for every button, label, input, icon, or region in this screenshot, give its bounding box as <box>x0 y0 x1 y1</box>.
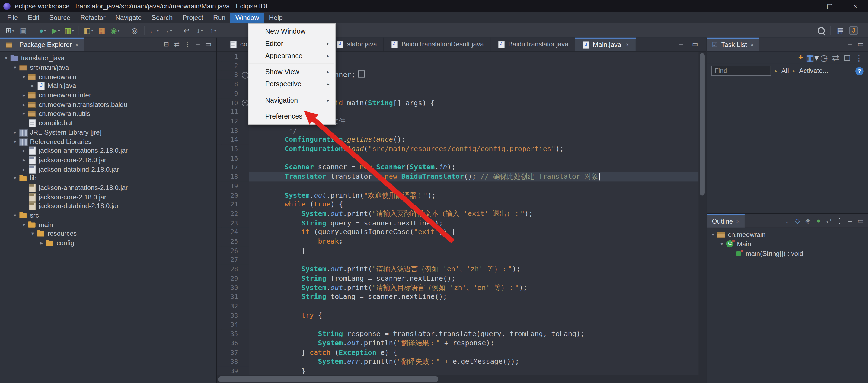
new-task-icon[interactable]: + <box>795 52 807 63</box>
new-package-icon[interactable]: ▦ <box>95 24 108 37</box>
new-java-project-icon[interactable]: ◧▾ <box>82 24 95 37</box>
expand-chevron-icon[interactable]: ▾ <box>29 231 37 236</box>
expand-chevron-icon[interactable]: ▾ <box>709 232 717 237</box>
expand-chevron-icon[interactable]: ▾ <box>2 56 10 61</box>
link-with-editor-icon[interactable]: ⇄ <box>824 216 834 226</box>
expand-chevron-icon[interactable]: ▾ <box>11 213 19 218</box>
new-class-icon[interactable]: ◉▾ <box>108 24 122 37</box>
minimize-icon[interactable]: – <box>676 39 686 50</box>
menu-search[interactable]: Search <box>147 12 177 23</box>
view-menu-icon[interactable]: ⋮ <box>853 52 865 63</box>
package-explorer-tree[interactable]: ▾translator_java▾src/main/java▾cn.meowra… <box>0 52 216 248</box>
menu-run[interactable]: Run <box>208 12 230 23</box>
tree-item[interactable]: ▾main <box>0 220 216 229</box>
last-edit-location-icon[interactable]: ↩ <box>180 24 193 37</box>
activate-link[interactable]: Activate... <box>799 67 828 75</box>
debug-icon[interactable]: ●▾ <box>36 24 50 37</box>
hide-non-public-icon[interactable]: ● <box>813 216 824 226</box>
next-annotation-icon[interactable]: ↓▾ <box>193 24 207 37</box>
expand-chevron-icon[interactable]: ▸ <box>20 102 28 107</box>
tree-item[interactable]: ▸jackson-annotations-2.18.0.jar <box>0 146 216 155</box>
editor-tab[interactable]: Main.java× <box>575 38 636 51</box>
window-menu-appearance[interactable]: Appearance▸ <box>248 50 335 62</box>
expand-chevron-icon[interactable]: ▸ <box>20 157 28 162</box>
tree-item[interactable]: ▸jackson-databind-2.18.0.jar <box>0 165 216 174</box>
close-icon[interactable]: × <box>75 41 79 48</box>
open-task-icon[interactable]: ◎ <box>128 24 141 37</box>
tree-item[interactable]: ▾src/main/java <box>0 63 216 72</box>
expand-chevron-icon[interactable]: ▾ <box>20 222 28 227</box>
window-menu-preferences[interactable]: Preferences <box>248 110 335 122</box>
editor-tab[interactable]: slator.java <box>329 38 383 51</box>
save-icon[interactable]: ▣ <box>17 24 30 37</box>
window-menu-show-view[interactable]: Show View▸ <box>248 66 335 78</box>
expand-chevron-icon[interactable]: ▸ <box>38 240 45 246</box>
maximize-icon[interactable]: ▭ <box>855 216 866 226</box>
window-menu-new-window[interactable]: New Window <box>248 26 335 38</box>
expand-chevron-icon[interactable]: ▾ <box>11 138 19 144</box>
maximize-icon[interactable]: ▭ <box>855 39 866 50</box>
expand-chevron-icon[interactable]: ▾ <box>20 74 28 79</box>
tree-item[interactable]: ▸cn.meowrain.translators.baidu <box>0 100 216 109</box>
vertical-scrollbar-thumb[interactable] <box>700 53 705 195</box>
tree-item[interactable]: ▾cn.meowrain <box>707 230 868 240</box>
outline-tab[interactable]: Outline × <box>707 214 745 228</box>
tree-item[interactable]: ▾translator_java <box>0 54 216 63</box>
tree-item[interactable]: jackson-annotations-2.18.0.jar <box>0 183 216 192</box>
coverage-icon[interactable]: ▥▾ <box>63 24 76 37</box>
expand-chevron-icon[interactable]: ▾ <box>11 65 19 70</box>
help-icon[interactable]: ? <box>855 67 864 75</box>
tree-item[interactable]: ▸cn.meowrain.utils <box>0 109 216 118</box>
previous-annotation-icon[interactable]: ↑▾ <box>207 24 220 37</box>
scheduled-icon[interactable]: ◷ <box>818 52 830 63</box>
window-menu-perspective[interactable]: Perspective▸ <box>248 78 335 90</box>
expand-chevron-icon[interactable]: ▸ <box>20 111 28 116</box>
maximize-icon[interactable]: ▭ <box>690 39 701 50</box>
menu-navigate[interactable]: Navigate <box>111 12 147 23</box>
task-list-tab[interactable]: ☑ Task List × <box>707 38 759 51</box>
find-actions-icon[interactable] <box>814 24 828 37</box>
tree-item[interactable]: compile.bat <box>0 118 216 127</box>
tree-item[interactable]: ▸JRE System Library [jre] <box>0 127 216 137</box>
tree-item[interactable]: ▾Main <box>707 240 868 249</box>
back-icon[interactable]: ←▾ <box>147 24 161 37</box>
horizontal-scrollbar-thumb[interactable] <box>218 377 438 382</box>
view-menu-icon[interactable]: ⋮ <box>182 39 193 50</box>
forward-icon[interactable]: →▾ <box>161 24 174 37</box>
menu-help[interactable]: Help <box>264 12 287 23</box>
expand-chevron-icon[interactable]: ▸ <box>29 83 37 89</box>
hide-fields-icon[interactable]: ◇ <box>792 216 803 226</box>
categorized-icon[interactable]: ▦▾ <box>806 52 818 63</box>
vertical-scrollbar[interactable] <box>699 52 706 375</box>
window-menu-navigation[interactable]: Navigation▸ <box>248 94 335 106</box>
tree-item[interactable]: ▾Referenced Libraries <box>0 137 216 146</box>
expand-chevron-icon[interactable]: ▾ <box>11 176 19 181</box>
new-wizard-icon[interactable]: ⊞▾ <box>3 24 17 37</box>
tree-item[interactable]: ▸Main.java <box>0 82 216 91</box>
horizontal-scrollbar[interactable] <box>217 375 699 383</box>
sort-icon[interactable]: ↓ <box>782 216 792 226</box>
menu-source[interactable]: Source <box>44 12 75 23</box>
run-icon[interactable]: ▶▾ <box>50 24 63 37</box>
tree-item[interactable]: ▸cn.meowrain.inter <box>0 91 216 100</box>
tree-item[interactable]: ▾resources <box>0 229 216 238</box>
menu-refactor[interactable]: Refactor <box>75 12 111 23</box>
tree-item[interactable]: ▸jackson-core-2.18.0.jar <box>0 155 216 165</box>
fold-expand-icon[interactable]: + <box>242 72 248 78</box>
window-menu-editor[interactable]: Editor▸ <box>248 38 335 50</box>
tree-item[interactable]: main(String[]) : void <box>707 249 868 258</box>
minimize-button[interactable]: – <box>792 0 817 12</box>
find-input[interactable] <box>711 66 771 76</box>
menu-edit[interactable]: Edit <box>23 12 44 23</box>
menu-project[interactable]: Project <box>178 12 208 23</box>
minimize-icon[interactable]: – <box>845 39 855 50</box>
tree-item[interactable]: ▾cn.meowrain <box>0 72 216 82</box>
hide-static-icon[interactable]: ◈ <box>803 216 813 226</box>
expand-chevron-icon[interactable]: ▸ <box>20 93 28 98</box>
editor-tab[interactable]: BaiduTranslationResult.java <box>383 38 490 51</box>
menu-file[interactable]: File <box>2 12 23 23</box>
minimize-icon[interactable]: – <box>193 39 203 50</box>
link-with-editor-icon[interactable]: ⇄ <box>172 39 182 50</box>
menu-window[interactable]: Window <box>230 12 264 23</box>
package-explorer-tab[interactable]: Package Explorer × <box>0 38 84 51</box>
